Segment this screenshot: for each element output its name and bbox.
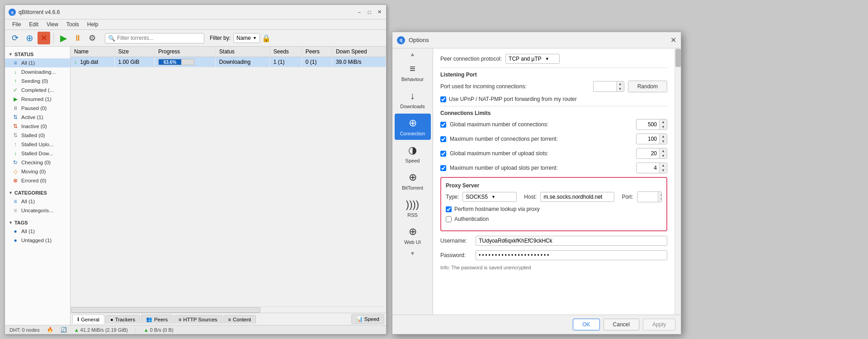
random-port-button[interactable]: Random (628, 81, 667, 92)
tab-peers[interactable]: 👥 Peers (141, 315, 173, 324)
upload-slots-torrent-checkbox[interactable] (440, 165, 446, 171)
minimize-button[interactable]: − (356, 9, 363, 15)
max-conn-torrent-checkbox[interactable] (440, 136, 446, 142)
col-status[interactable]: Status (215, 47, 269, 57)
upload-slot-torrent-spin-up[interactable]: ▲ (660, 163, 667, 168)
proxy-port-spin-up[interactable]: ▲ (658, 192, 662, 197)
global-max-conn-checkbox[interactable] (440, 122, 446, 128)
h-scroll-thumb[interactable] (71, 307, 260, 313)
proxy-port-input[interactable]: 1080 (637, 192, 658, 201)
maximize-button[interactable]: □ (366, 9, 373, 15)
upload-slots-spin-down[interactable]: ▼ (660, 153, 667, 158)
search-input[interactable] (117, 35, 201, 41)
sidebar-item-active-label: Active (1) (21, 115, 43, 120)
sidebar-item-paused[interactable]: ⏸ Paused (0) (5, 104, 70, 113)
filter-select[interactable]: Name ▼ (233, 33, 260, 43)
sidebar-item-active[interactable]: ⇅ Active (1) (5, 113, 70, 122)
port-spin-down[interactable]: ▼ (617, 86, 624, 91)
tab-content[interactable]: ≡ Content (223, 315, 256, 324)
sidebar-item-seeding[interactable]: ↑ Seeding (0) (5, 76, 70, 86)
tab-trackers[interactable]: ● Trackers (105, 315, 140, 324)
port-spin-up[interactable]: ▲ (617, 81, 624, 86)
conn-torrent-spin-up[interactable]: ▲ (660, 134, 667, 139)
max-conn-torrent-input[interactable] (637, 134, 659, 143)
sidebar-item-moving[interactable]: ◇ Moving (0) (5, 167, 70, 176)
menu-tools[interactable]: Tools (63, 20, 83, 29)
sidebar-item-cat-all[interactable]: ≡ All (1) (5, 197, 70, 206)
nav-downloads[interactable]: ↓ Downloads (395, 86, 431, 113)
global-conn-spin-down[interactable]: ▼ (660, 124, 667, 129)
menu-edit[interactable]: Edit (25, 20, 42, 29)
menu-view[interactable]: View (43, 20, 62, 29)
sidebar-item-completed[interactable]: ✓ Completed (... (5, 86, 70, 95)
delete-button[interactable]: ✕ (38, 32, 50, 44)
tags-header[interactable]: ▼ TAGS (5, 219, 70, 227)
categories-header[interactable]: ▼ CATEGORIES (5, 189, 70, 197)
table-row[interactable]: ↓ 1gb.dat 1.00 GiB 63.6% (71, 57, 386, 67)
upload-slots-spin-up[interactable]: ▲ (660, 148, 667, 153)
password-input[interactable] (476, 250, 667, 260)
global-upload-slots-checkbox[interactable] (440, 151, 446, 157)
speed-button[interactable]: 📊 Speed (351, 314, 384, 324)
global-upload-slots-input[interactable] (637, 149, 659, 158)
nav-connection[interactable]: ⊕ Connection (395, 114, 431, 140)
global-max-conn-input[interactable] (637, 120, 659, 129)
nav-behaviour[interactable]: ≡ Behaviour (395, 59, 431, 86)
resume-all-button[interactable]: ⟳ (9, 32, 21, 44)
options-close-button[interactable]: ✕ (670, 36, 676, 44)
v-scroll-thumb[interactable] (675, 49, 681, 67)
col-peers[interactable]: Peers (302, 47, 332, 57)
status-header[interactable]: ▼ STATUS (5, 50, 70, 58)
cancel-button[interactable]: Cancel (604, 319, 639, 330)
global-conn-spin-up[interactable]: ▲ (660, 119, 667, 124)
peer-protocol-select[interactable]: TCP and µTP ▼ (505, 54, 560, 64)
sidebar-item-uncategorized[interactable]: ≡ Uncategoris... (5, 206, 70, 215)
nav-scroll-down-button[interactable]: ▼ (409, 249, 416, 258)
sidebar-item-stalled[interactable]: ⇅ Stalled (0) (5, 131, 70, 140)
sidebar-item-resumed[interactable]: ▶ Resumed (1) (5, 95, 70, 104)
proxy-type-select[interactable]: SOCKS5 ▼ (462, 192, 517, 202)
ok-button[interactable]: OK (573, 319, 599, 330)
tab-http-sources[interactable]: ≡ HTTP Sources (174, 315, 222, 324)
upload-slots-torrent-input[interactable] (637, 163, 659, 172)
nav-scroll-up-button[interactable]: ▲ (409, 50, 416, 58)
sidebar-item-checking[interactable]: ↻ Checking (0) (5, 158, 70, 167)
sidebar-item-stalled-upload[interactable]: ↑ Stalled Uplo... (5, 140, 70, 149)
sidebar-item-stalled-down[interactable]: ↓ Stalled Dow... (5, 149, 70, 158)
proxy-auth-checkbox[interactable] (446, 216, 452, 222)
nav-webui[interactable]: ⊕ Web UI (395, 222, 431, 248)
port-input[interactable]: 43129 (594, 82, 616, 91)
nav-bittorrent[interactable]: ⊕ BitTorrent (395, 168, 431, 194)
add-torrent-button[interactable]: ⊕ (23, 32, 36, 44)
sidebar-item-tag-all[interactable]: ● All (1) (5, 227, 70, 236)
close-button[interactable]: ✕ (376, 9, 382, 15)
col-down-speed[interactable]: Down Speed (332, 47, 386, 57)
vertical-scrollbar[interactable] (675, 48, 681, 315)
proxy-port-spin-down[interactable]: ▼ (658, 197, 662, 202)
upnp-checkbox[interactable] (440, 96, 446, 102)
sidebar-item-downloading[interactable]: ↓ Downloading... (5, 67, 70, 76)
sidebar-item-inactive[interactable]: ⇅ Inactive (0) (5, 122, 70, 131)
col-name[interactable]: Name (71, 47, 114, 57)
horizontal-scrollbar[interactable] (71, 306, 386, 313)
proxy-hostname-checkbox[interactable] (446, 206, 452, 212)
nav-speed[interactable]: ◑ Speed (395, 141, 431, 167)
sidebar-item-errored[interactable]: ⊗ Errored (0) (5, 176, 70, 185)
menu-file[interactable]: File (9, 20, 24, 29)
conn-torrent-spin-down[interactable]: ▼ (660, 139, 667, 144)
nav-rss[interactable]: )))) RSS (395, 195, 431, 221)
settings-button[interactable]: ⚙ (86, 32, 99, 44)
username-input[interactable] (476, 236, 667, 246)
col-seeds[interactable]: Seeds (269, 47, 302, 57)
upload-slot-torrent-spin-down[interactable]: ▼ (660, 168, 667, 173)
start-button[interactable]: ▶ (57, 32, 70, 44)
sidebar-item-untagged[interactable]: ● Untagged (1) (5, 236, 70, 245)
tab-general[interactable]: ℹ General (72, 315, 104, 324)
apply-button[interactable]: Apply (643, 319, 675, 330)
proxy-host-input[interactable] (540, 192, 614, 202)
menu-help[interactable]: Help (84, 20, 102, 29)
col-progress[interactable]: Progress (155, 47, 216, 57)
pause-button[interactable]: ⏸ (71, 32, 84, 44)
sidebar-item-all[interactable]: ≡ All (1) (5, 58, 70, 67)
col-size[interactable]: Size (114, 47, 154, 57)
